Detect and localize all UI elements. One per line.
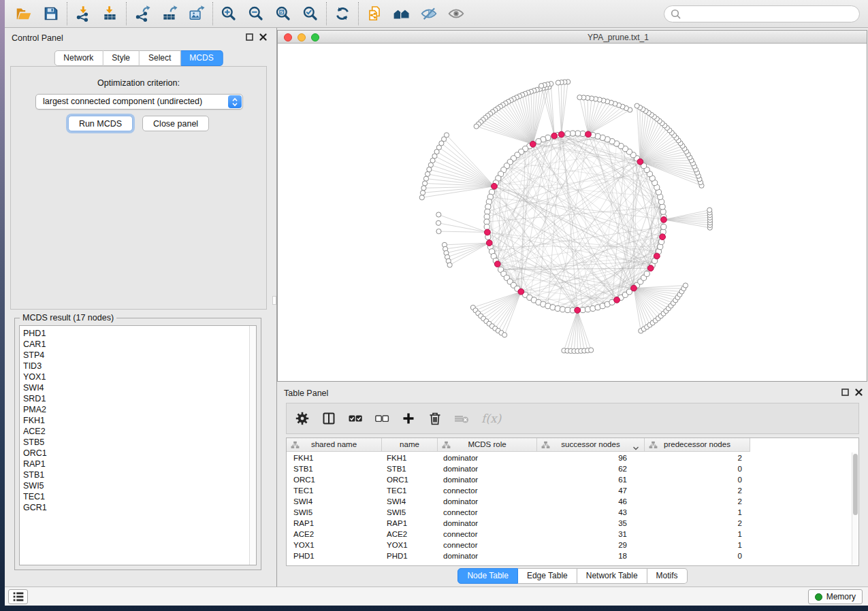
mcds-result-item[interactable]: FKH1 [20, 415, 256, 426]
network-hub-node[interactable] [614, 297, 620, 303]
table-row[interactable]: ORC1ORC1dominator610 [287, 474, 852, 485]
network-node[interactable] [536, 139, 541, 144]
mcds-result-item[interactable]: STB5 [20, 437, 256, 448]
mcds-result-list[interactable]: PHD1CAR1STP4TID3YOX1SWI4SRD1PMA2FKH1ACE2… [19, 325, 257, 565]
network-hub-node[interactable] [660, 234, 666, 240]
float-panel-icon[interactable] [246, 33, 253, 41]
mcds-result-item[interactable]: CAR1 [20, 339, 256, 350]
network-node[interactable] [644, 271, 649, 276]
mcds-result-item[interactable]: TID3 [20, 361, 256, 371]
mcds-result-item[interactable]: YOX1 [20, 371, 256, 382]
select-all-icon[interactable] [347, 410, 364, 427]
network-node[interactable] [661, 224, 666, 229]
network-hub-node[interactable] [518, 288, 524, 295]
network-node[interactable] [683, 283, 688, 288]
network-node[interactable] [634, 103, 639, 108]
function-builder-icon[interactable]: f(x) [479, 412, 501, 425]
mcds-result-item[interactable]: RAP1 [20, 459, 256, 469]
home-networks-icon[interactable] [388, 1, 415, 26]
tab-node-table[interactable]: Node Table [457, 568, 518, 584]
close-window-icon[interactable] [284, 33, 292, 42]
network-hub-node[interactable] [585, 131, 592, 137]
network-node[interactable] [427, 167, 432, 171]
table-row[interactable]: TEC1TEC1connector472 [287, 485, 852, 496]
export-network-icon[interactable] [129, 1, 156, 26]
mcds-result-item[interactable]: ORC1 [20, 448, 256, 459]
network-node[interactable] [423, 181, 428, 186]
close-table-panel-icon[interactable] [855, 389, 863, 396]
column-header-shared-name[interactable]: shared name [287, 438, 382, 452]
network-window-titlebar[interactable]: YPA_prune.txt_1 [278, 31, 867, 44]
network-node[interactable] [484, 224, 489, 229]
network-node[interactable] [419, 195, 424, 200]
float-table-panel-icon[interactable] [841, 389, 849, 396]
network-hub-node[interactable] [575, 308, 581, 314]
column-header-successor-nodes[interactable]: successor nodes [537, 438, 645, 452]
network-node[interactable] [425, 171, 430, 176]
network-node[interactable] [589, 348, 594, 352]
search-input[interactable] [681, 7, 859, 21]
export-image-icon[interactable] [183, 1, 210, 26]
export-table-icon[interactable] [156, 1, 183, 26]
mcds-result-item[interactable]: PHD1 [20, 328, 256, 339]
table-row[interactable]: SWI4SWI4dominator462 [287, 496, 852, 507]
column-header-mcds-role[interactable]: MCDS role [438, 438, 537, 452]
mcds-result-item[interactable]: GCR1 [20, 502, 256, 513]
network-hub-node[interactable] [637, 159, 643, 165]
mcds-result-item[interactable]: ACE2 [20, 426, 256, 437]
network-hub-node[interactable] [558, 131, 564, 137]
network-node[interactable] [539, 84, 544, 88]
mcds-result-item[interactable]: SRD1 [20, 393, 256, 404]
show-panel-icon[interactable] [443, 1, 470, 26]
minimize-window-icon[interactable] [298, 33, 306, 42]
table-row[interactable]: SWI5SWI5connector431 [287, 507, 852, 518]
network-node[interactable] [485, 204, 491, 210]
network-node[interactable] [577, 95, 582, 100]
network-node[interactable] [420, 191, 425, 195]
open-session-icon[interactable] [10, 1, 37, 26]
deselect-all-icon[interactable] [373, 410, 391, 427]
network-node[interactable] [428, 163, 433, 167]
mcds-result-item[interactable]: PMA2 [20, 404, 256, 415]
network-node[interactable] [436, 212, 441, 217]
tab-edge-table[interactable]: Edge Table [518, 568, 577, 584]
mcds-result-item[interactable]: TEC1 [20, 491, 256, 502]
network-hub-node[interactable] [551, 133, 558, 139]
splitter-handle-icon[interactable] [272, 296, 276, 305]
network-hub-node[interactable] [492, 183, 498, 189]
columns-icon[interactable] [320, 410, 338, 427]
column-header-name[interactable]: name [382, 438, 438, 452]
network-hub-node[interactable] [494, 261, 500, 267]
table-scrollbar[interactable] [852, 452, 858, 565]
panel-splitter[interactable] [272, 28, 277, 587]
settings-icon[interactable] [293, 410, 311, 427]
network-node[interactable] [556, 80, 560, 85]
network-hub-node[interactable] [485, 229, 491, 235]
import-network-icon[interactable] [69, 1, 97, 26]
tab-network[interactable]: Network [54, 50, 103, 66]
close-panel-button[interactable]: Close panel [142, 116, 209, 131]
network-canvas[interactable] [278, 44, 867, 381]
tab-style[interactable]: Style [103, 50, 140, 66]
mcds-list-scrollbar[interactable] [249, 326, 256, 565]
share-document-icon[interactable] [361, 1, 388, 26]
mcds-result-item[interactable]: SWI5 [20, 480, 256, 491]
criterion-select[interactable]: largest connected component (undirected) [35, 94, 243, 110]
hide-panel-icon[interactable] [415, 1, 443, 26]
delete-icon[interactable] [426, 410, 444, 427]
network-hub-node[interactable] [631, 285, 637, 291]
mcds-result-item[interactable]: STP4 [20, 350, 256, 361]
network-node[interactable] [421, 186, 426, 191]
maximize-window-icon[interactable] [311, 33, 319, 42]
network-hub-node[interactable] [647, 265, 654, 271]
search-field[interactable] [664, 5, 860, 22]
zoom-out-icon[interactable] [242, 1, 270, 26]
network-hub-node[interactable] [486, 240, 492, 246]
tab-select[interactable]: Select [140, 50, 180, 66]
task-history-button[interactable] [8, 589, 28, 604]
table-row[interactable]: ACE2ACE2connector311 [287, 529, 852, 540]
table-row[interactable]: STB1STB1dominator620 [287, 463, 852, 474]
network-node[interactable] [436, 220, 440, 225]
tab-motifs[interactable]: Motifs [647, 568, 688, 584]
memory-button[interactable]: Memory [808, 589, 863, 604]
